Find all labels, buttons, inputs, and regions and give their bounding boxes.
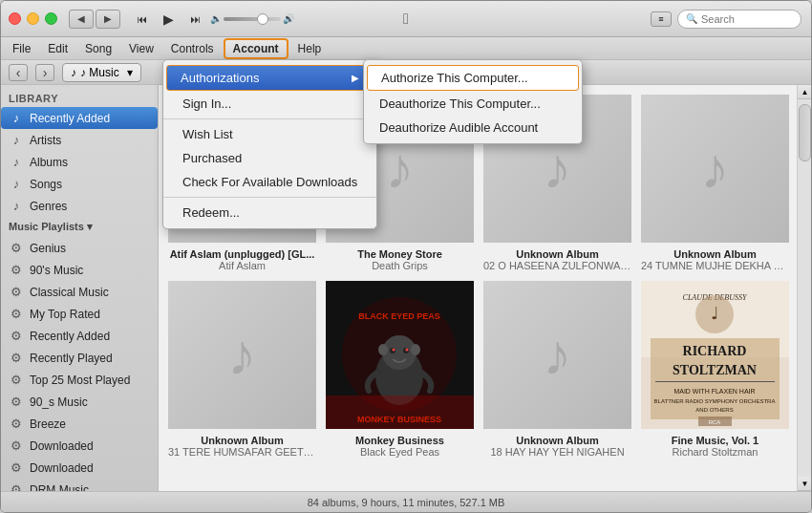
svg-point-10 [378,344,388,355]
play-button[interactable]: ▶ [157,10,180,29]
maximize-button[interactable] [45,12,57,25]
menu-item-purchased[interactable]: Purchased [163,146,376,170]
monkey-business-art: BLACK EYED PEAS [326,281,474,429]
svg-text:RICHARD: RICHARD [683,344,747,358]
album-artist: Death Grips [372,260,428,271]
list-view-button[interactable]: ≡ [651,11,672,27]
menu-item-wishlist[interactable]: Wish List [163,122,376,146]
submenu-arrow-icon: ▶ [352,73,359,83]
search-box[interactable]: 🔍 [677,10,801,29]
fastforward-button[interactable]: ⏭ [183,10,206,29]
search-input[interactable] [701,13,793,25]
menu-item-authorizations[interactable]: Authorizations ▶ [166,65,374,91]
sidebar-item-breeze[interactable]: ⚙ Breeze [1,413,158,435]
sidebar-item-90s-music[interactable]: ⚙ 90_s Music [1,391,158,413]
menu-controls[interactable]: Controls [163,39,222,58]
music-note-placeholder: ♪ [701,136,730,202]
nav-forward-button[interactable]: ▶ [96,10,120,29]
downloaded2-icon: ⚙ [9,460,24,475]
album-artist: 02 O HASEENA ZULFONWALE... [483,260,631,271]
sidebar-item-90s[interactable]: ⚙ 90's Music [1,259,158,281]
menu-item-redeem[interactable]: Redeem... [163,201,376,224]
svg-point-11 [411,344,420,355]
titlebar: ◀ ▶ ⏮ ▶ ⏭ 🔈 🔊  ≡ 🔍 [1,1,811,37]
sidebar-item-drm[interactable]: ⚙ DRM Music [1,479,158,491]
album-title: Unknown Album [516,435,598,446]
recently-added-label: Recently Added [30,112,110,125]
account-dropdown[interactable]: Authorizations ▶ Sign In... Wish List Pu… [162,59,377,229]
menu-file[interactable]: File [5,39,38,58]
search-icon: 🔍 [686,13,697,24]
sidebar-item-recently-added-pl[interactable]: ⚙ Recently Added [1,325,158,347]
svg-text:RCA: RCA [709,419,721,425]
volume-track [224,17,281,21]
album-item[interactable]: ♪ Unknown Album 24 TUMNE MUJHE DEKHA HO.… [641,95,789,271]
nav-arrows: ◀ ▶ [69,10,120,29]
sidebar-item-artists[interactable]: ♪ Artists [1,129,158,151]
deauthorize-audible-item[interactable]: Deauthorize Audible Account [364,116,582,139]
breeze-label: Breeze [30,417,66,431]
sidebar-item-downloaded1[interactable]: ⚙ Downloaded [1,435,158,457]
svg-text:AND OTHERS: AND OTHERS [695,407,733,413]
sidebar-item-albums[interactable]: ♪ Albums [1,151,158,173]
minimize-button[interactable] [27,12,39,25]
sec-forward-button[interactable]: › [35,64,54,81]
playback-controls: ⏮ ▶ ⏭ [130,10,206,29]
sidebar-item-recently-added[interactable]: ♪ Recently Added [1,107,158,129]
music-dropdown-icon: ▾ [127,66,133,79]
dropdown-separator-2 [163,197,376,198]
album-item-monkey[interactable]: BLACK EYED PEAS [326,281,474,458]
menu-item-signin[interactable]: Sign In... [163,92,376,116]
sidebar-item-genres[interactable]: ♪ Genres [1,195,158,217]
sidebar-item-recently-played[interactable]: ⚙ Recently Played [1,347,158,369]
sidebar-item-top-rated[interactable]: ⚙ My Top Rated [1,303,158,325]
nav-back-button[interactable]: ◀ [69,10,94,29]
scroll-thumb[interactable] [799,104,811,161]
scroll-down-button[interactable]: ▼ [798,477,811,491]
sidebar-item-downloaded2[interactable]: ⚙ Downloaded [1,457,158,479]
album-title: Unknown Album [673,248,756,260]
sec-back-button[interactable]: ‹ [9,64,28,81]
scroll-track[interactable] [798,99,811,477]
album-item[interactable]: ♪ Unknown Album 18 HAY HAY YEH NIGAHEN [483,281,631,458]
menu-view[interactable]: View [121,39,161,58]
sidebar-item-top25[interactable]: ⚙ Top 25 Most Played [1,369,158,391]
album-cover: ♪ [168,281,316,429]
album-cover: ♪ [641,95,789,243]
menu-account[interactable]: Account [224,38,288,59]
songs-label: Songs [30,178,62,191]
music-note-placeholder: ♪ [228,322,257,388]
svg-text:STOLTZMAN: STOLTZMAN [673,363,757,377]
close-button[interactable] [9,12,21,25]
scroll-up-button[interactable]: ▲ [798,85,811,99]
check-downloads-label: Check For Available Downloads [182,175,357,189]
menu-item-check-downloads[interactable]: Check For Available Downloads [163,170,376,194]
recently-played-icon: ⚙ [9,351,24,365]
authorizations-submenu[interactable]: Authorize This Computer... Deauthorize T… [363,59,583,144]
album-item[interactable]: ♪ Unknown Album 31 TERE HUMSAFAR GEET HA… [168,281,316,458]
deauthorize-computer-item[interactable]: Deauthorize This Computer... [364,92,582,116]
deauthorize-computer-label: Deauthorize This Computer... [379,96,541,111]
scrollbar[interactable]: ▲ ▼ [797,85,811,491]
genius-label: Genius [30,242,66,255]
authorize-computer-item[interactable]: Authorize This Computer... [367,65,579,91]
menu-edit[interactable]: Edit [40,39,75,58]
rewind-button[interactable]: ⏮ [130,10,153,29]
recently-added-icon: ♪ [9,111,24,125]
sidebar-item-genius[interactable]: ⚙ Genius [1,237,158,259]
album-item-fine-music[interactable]: CLAUDE DEBUSSY RICHARD STOLTZMAN MAID WI… [641,281,789,458]
playlists-header[interactable]: Music Playlists ▾ [1,217,158,237]
sidebar-item-songs[interactable]: ♪ Songs [1,173,158,195]
menu-song[interactable]: Song [77,39,119,58]
music-selector[interactable]: ♪ ♪ Music ▾ [62,63,141,82]
album-artist: Atif Aslam [219,260,266,271]
volume-thumb[interactable] [257,13,268,25]
volume-low-icon: 🔈 [210,13,222,24]
albums-label: Albums [30,156,68,169]
downloaded2-label: Downloaded [30,461,94,475]
menu-help[interactable]: Help [290,39,330,58]
sidebar-item-classical[interactable]: ⚙ Classical Music [1,281,158,303]
volume-slider[interactable]: 🔈 🔊 [210,13,294,24]
downloaded1-icon: ⚙ [9,438,24,453]
svg-point-9 [406,349,409,352]
